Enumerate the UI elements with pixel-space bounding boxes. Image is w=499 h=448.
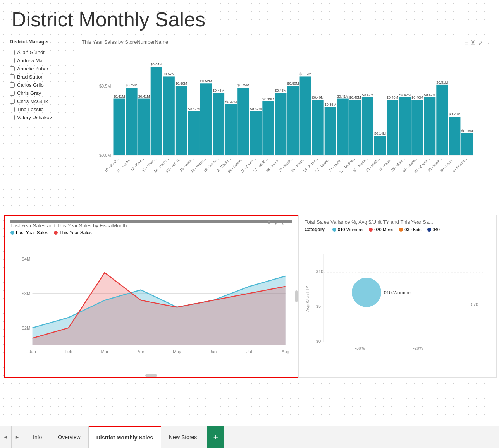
bar-6[interactable] bbox=[188, 111, 200, 155]
bar-10[interactable] bbox=[237, 88, 249, 155]
filter-icon-line[interactable]: ⊻ bbox=[274, 220, 278, 227]
svg-text:Avg $/Unit TY: Avg $/Unit TY bbox=[305, 285, 310, 312]
more-icon-line[interactable]: ··· bbox=[289, 220, 294, 227]
scatter-legend-label: Category bbox=[305, 227, 325, 232]
bar-8[interactable] bbox=[213, 93, 224, 155]
tab-district-monthly-sales[interactable]: District Monthly Sales bbox=[89, 426, 161, 448]
bar-20[interactable] bbox=[362, 97, 373, 155]
filter-panel: District Manager Allan GuinotAndrew MaAn… bbox=[4, 35, 76, 213]
svg-marker-69 bbox=[33, 273, 286, 345]
bar-1[interactable] bbox=[126, 88, 138, 155]
filter-item[interactable]: Annelie Zubar bbox=[10, 66, 70, 72]
bar-3[interactable] bbox=[151, 67, 162, 155]
scatter-cat-1: 020-Mens bbox=[369, 227, 393, 232]
svg-text:$0.45M: $0.45M bbox=[213, 89, 224, 93]
bar-18[interactable] bbox=[337, 99, 349, 155]
scatter-label-3: 040- bbox=[433, 227, 441, 232]
scatter-legend: Category 010-Womens 020-Mens 030-Kids 04… bbox=[305, 227, 490, 232]
filter-item[interactable]: Allan Guinot bbox=[10, 50, 70, 55]
bar-13[interactable] bbox=[275, 93, 286, 155]
svg-text:$0.57M: $0.57M bbox=[300, 72, 311, 76]
bar-0[interactable] bbox=[114, 99, 125, 155]
tab-add-button[interactable]: + bbox=[207, 426, 224, 448]
tab-nav-right[interactable]: ► bbox=[12, 426, 23, 448]
bubble-womens[interactable] bbox=[352, 278, 381, 307]
svg-text:$4M: $4M bbox=[22, 257, 30, 261]
drag-icon-line: ≡ bbox=[267, 220, 270, 227]
filter-item[interactable]: Chris McGurk bbox=[10, 98, 70, 104]
bar-5[interactable] bbox=[176, 86, 187, 155]
bar-14[interactable] bbox=[287, 86, 299, 155]
tab-new-stores[interactable]: New Stores bbox=[161, 426, 205, 448]
svg-text:$0.51M: $0.51M bbox=[436, 81, 448, 84]
svg-text:$0.0M: $0.0M bbox=[99, 153, 111, 158]
svg-text:$0.41M: $0.41M bbox=[337, 94, 349, 98]
expand-icon-line[interactable]: ⤢ bbox=[281, 220, 286, 227]
filter-title: District Manager bbox=[10, 39, 70, 46]
bar-9[interactable] bbox=[225, 104, 237, 155]
scatter-label-0: 010-Womens bbox=[338, 227, 363, 232]
svg-text:$0.49M: $0.49M bbox=[237, 83, 249, 87]
bar-25[interactable] bbox=[424, 97, 435, 155]
bar-24[interactable] bbox=[411, 100, 423, 155]
filter-item[interactable]: Tina Lassila bbox=[10, 106, 70, 112]
svg-text:$0.42M: $0.42M bbox=[362, 93, 373, 97]
svg-text:$0.45M: $0.45M bbox=[275, 89, 286, 93]
svg-text:Mar: Mar bbox=[101, 349, 108, 354]
bar-23[interactable] bbox=[399, 97, 411, 155]
line-chart-legend: Last Year Sales This Year Sales bbox=[10, 230, 292, 235]
svg-text:Jan: Jan bbox=[29, 349, 36, 354]
resize-handle-bottom[interactable] bbox=[145, 374, 157, 377]
svg-text:$0.52M: $0.52M bbox=[200, 79, 212, 83]
bar-11[interactable] bbox=[250, 111, 262, 155]
legend-dot-last-year bbox=[10, 231, 14, 235]
bar-17[interactable] bbox=[325, 107, 336, 155]
filter-icon[interactable]: ⊻ bbox=[471, 39, 475, 46]
page-title: District Monthly Sales bbox=[0, 0, 499, 35]
bar-4[interactable] bbox=[163, 76, 175, 155]
svg-text:Feb: Feb bbox=[65, 349, 72, 354]
resize-handle-right[interactable] bbox=[295, 290, 298, 302]
svg-text:Apr: Apr bbox=[138, 349, 145, 354]
svg-text:$0.40M: $0.40M bbox=[349, 96, 361, 100]
bar-2[interactable] bbox=[138, 99, 150, 155]
filter-item[interactable]: Brad Sutton bbox=[10, 74, 70, 80]
filter-item[interactable]: Andrew Ma bbox=[10, 58, 70, 64]
legend-label-this-year: This Year Sales bbox=[59, 230, 91, 235]
svg-text:$0.41M: $0.41M bbox=[138, 94, 150, 98]
svg-text:$0.40M: $0.40M bbox=[387, 96, 398, 100]
bar-chart-svg: $0.0M$0.5M$0.41M10 - St.-Cl...$0.49M11 -… bbox=[82, 47, 489, 186]
svg-text:$10: $10 bbox=[316, 269, 323, 274]
bar-22[interactable] bbox=[387, 100, 398, 155]
bar-21[interactable] bbox=[374, 136, 386, 155]
bar-26[interactable] bbox=[436, 85, 448, 155]
expand-icon[interactable]: ⤢ bbox=[478, 40, 483, 46]
scatter-cat-2: 030-Kids bbox=[399, 227, 421, 232]
scatter-cat-3: 040- bbox=[427, 227, 441, 232]
scatter-title: Total Sales Variance %, Avg $/Unit TY an… bbox=[305, 219, 490, 225]
filter-item[interactable]: Chris Gray bbox=[10, 90, 70, 96]
svg-text:$0.16M: $0.16M bbox=[461, 129, 473, 133]
tab-overview[interactable]: Overview bbox=[50, 426, 88, 448]
svg-text:$3M: $3M bbox=[22, 291, 30, 296]
svg-text:Jun: Jun bbox=[210, 349, 217, 354]
bar-27[interactable] bbox=[449, 117, 460, 155]
line-chart-toolbar: ≡ ⊻ ⤢ ··· bbox=[267, 220, 294, 227]
tab-info[interactable]: Info bbox=[25, 426, 50, 448]
bar-12[interactable] bbox=[262, 101, 274, 155]
scatter-dot-1 bbox=[369, 228, 373, 232]
bar-28[interactable] bbox=[461, 133, 473, 155]
svg-text:Aug: Aug bbox=[282, 349, 289, 354]
filter-item[interactable]: Valery Ushakov bbox=[10, 115, 70, 120]
bar-19[interactable] bbox=[349, 100, 361, 155]
bar-16[interactable] bbox=[312, 100, 324, 155]
svg-text:Jul: Jul bbox=[246, 349, 252, 354]
tab-nav-left[interactable]: ◄ bbox=[0, 426, 12, 448]
bar-7[interactable] bbox=[200, 83, 212, 155]
scatter-dot-0 bbox=[332, 228, 336, 232]
svg-text:$0.39M: $0.39M bbox=[262, 97, 274, 101]
svg-text:$0.37M: $0.37M bbox=[225, 100, 237, 104]
more-icon[interactable]: ··· bbox=[486, 40, 491, 46]
bar-15[interactable] bbox=[300, 76, 311, 155]
filter-item[interactable]: Carlos Grilo bbox=[10, 82, 70, 88]
